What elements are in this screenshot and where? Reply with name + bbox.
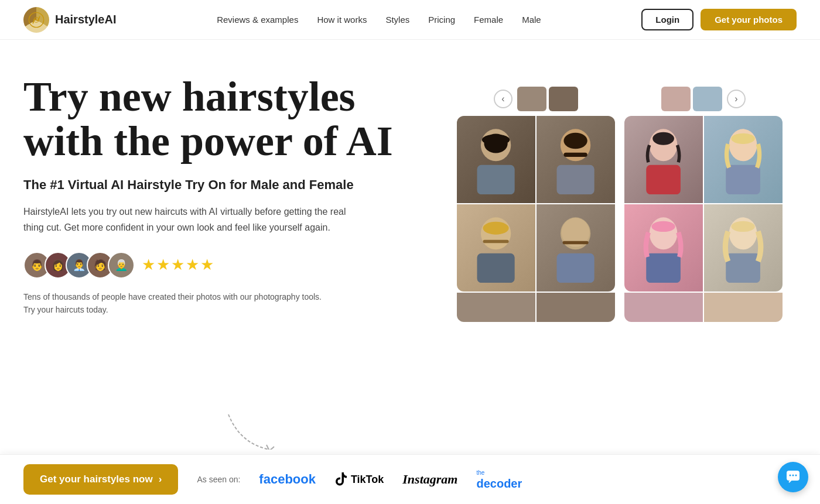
svg-point-26 bbox=[652, 221, 675, 232]
male-photo-grid bbox=[457, 116, 615, 292]
svg-rect-22 bbox=[726, 165, 761, 194]
female-next-arrow[interactable]: › bbox=[727, 90, 746, 108]
nav-actions: Login Get your photos bbox=[641, 9, 797, 30]
star-rating: ★★★★★ bbox=[142, 256, 215, 274]
female-photo-1 bbox=[624, 116, 703, 203]
female-before-thumb bbox=[661, 87, 691, 111]
logo-icon bbox=[23, 7, 49, 33]
svg-point-29 bbox=[732, 221, 755, 232]
svg-point-20 bbox=[653, 132, 675, 145]
svg-point-8 bbox=[564, 133, 587, 149]
hero-section: Try new hairstyles with the power of AI … bbox=[0, 40, 820, 450]
female-photo-3 bbox=[624, 204, 703, 292]
nav-male[interactable]: Male bbox=[522, 15, 541, 25]
male-photo-4 bbox=[537, 204, 615, 292]
male-photo-3 bbox=[457, 204, 535, 292]
male-photo-2 bbox=[537, 116, 615, 203]
nav-how-it-works[interactable]: How it works bbox=[317, 15, 367, 25]
svg-rect-11 bbox=[477, 253, 515, 283]
svg-rect-9 bbox=[564, 153, 587, 157]
logo-link[interactable]: HairstyleAI bbox=[23, 7, 117, 33]
avatar-group: 👨 👩 👨‍💼 🧑 👨‍🦳 bbox=[23, 252, 135, 279]
female-before-after-thumbs bbox=[661, 87, 722, 111]
male-after-thumb bbox=[549, 87, 578, 111]
svg-point-5 bbox=[482, 134, 510, 145]
female-photo-grid bbox=[624, 116, 783, 292]
male-prev-arrow[interactable]: ‹ bbox=[494, 90, 512, 108]
svg-rect-17 bbox=[563, 241, 589, 245]
get-photos-button[interactable]: Get your photos bbox=[701, 9, 797, 30]
decorative-arrow bbox=[223, 409, 293, 450]
female-grid-col: › bbox=[624, 87, 783, 322]
male-grid-header: ‹ bbox=[457, 87, 615, 111]
nav-styles[interactable]: Styles bbox=[385, 15, 409, 25]
before-after-grids: ‹ bbox=[457, 87, 797, 322]
nav-reviews[interactable]: Reviews & examples bbox=[217, 15, 298, 25]
svg-point-23 bbox=[732, 133, 755, 144]
svg-rect-7 bbox=[557, 165, 594, 194]
svg-rect-25 bbox=[647, 253, 681, 283]
female-grid-header: › bbox=[624, 87, 783, 111]
nav-pricing[interactable]: Pricing bbox=[428, 15, 455, 25]
male-photo-1 bbox=[457, 116, 535, 203]
svg-rect-13 bbox=[483, 240, 509, 244]
navbar: HairstyleAI Reviews & examples How it wo… bbox=[0, 0, 820, 40]
hero-content: Try new hairstyles with the power of AI … bbox=[23, 75, 404, 317]
female-photo-2 bbox=[704, 116, 783, 203]
svg-rect-15 bbox=[557, 253, 594, 283]
avatar-5: 👨‍🦳 bbox=[108, 252, 135, 279]
female-after-thumb bbox=[693, 87, 722, 111]
svg-rect-3 bbox=[477, 165, 515, 194]
hero-description: HairstyleAI lets you try out new haircut… bbox=[23, 204, 351, 235]
svg-point-12 bbox=[483, 222, 509, 235]
hero-title: Try new hairstyles with the power of AI bbox=[23, 75, 404, 163]
hero-image-grid: ‹ bbox=[457, 75, 797, 322]
hero-subtitle: The #1 Virtual AI Hairstyle Try On for M… bbox=[23, 177, 404, 193]
male-grid-col: ‹ bbox=[457, 87, 615, 322]
login-button[interactable]: Login bbox=[641, 9, 693, 30]
social-proof-text: Tens of thousands of people have created… bbox=[23, 290, 328, 317]
male-before-thumb bbox=[517, 87, 546, 111]
hero-social-proof-bar: 👨 👩 👨‍💼 🧑 👨‍🦳 ★★★★★ bbox=[23, 252, 404, 279]
svg-rect-28 bbox=[726, 253, 761, 283]
svg-rect-19 bbox=[647, 165, 681, 194]
female-photo-4 bbox=[704, 204, 783, 292]
logo-text: HairstyleAI bbox=[55, 13, 117, 26]
nav-female[interactable]: Female bbox=[474, 15, 503, 25]
nav-links: Reviews & examples How it works Styles P… bbox=[217, 15, 541, 25]
male-before-after-thumbs bbox=[517, 87, 578, 111]
